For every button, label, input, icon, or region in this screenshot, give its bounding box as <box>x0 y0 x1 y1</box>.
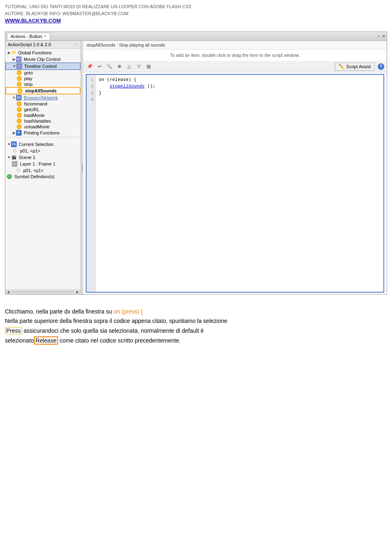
toolbar-help-btn[interactable]: ? <box>378 63 384 70</box>
release-label-box: Release <box>34 336 58 345</box>
actions-tab[interactable]: Actions - Button × <box>7 33 50 40</box>
resize-dot <box>82 164 83 172</box>
bottom-text: Clicchiamo, nella parte dx della finestr… <box>0 299 392 352</box>
bottom-line4: selezionatoRelease come citato nel codic… <box>5 336 387 346</box>
tree-item-scene1[interactable]: ▼ 🎬 Scene 1 <box>5 154 80 161</box>
site-link[interactable]: WWW.BLACKYB.COM <box>5 18 61 24</box>
tree-label-fscommand: fscommand <box>24 101 47 106</box>
scroll-down-btn[interactable]: ▶ <box>76 290 80 294</box>
tree-toggle-current[interactable]: ▼ <box>7 142 11 146</box>
tree-toggle-browser[interactable]: ▼ <box>12 96 16 100</box>
toolbar-arrow-btn[interactable]: ↩ <box>96 63 104 70</box>
tree-item-load-movie[interactable]: a loadMovie <box>5 112 80 118</box>
flash-window: Actions - Button × − ≡ ActionScript 1.0 … <box>5 31 387 295</box>
toolbar-down-btn[interactable]: ▽ <box>135 63 143 70</box>
tree-toggle-printing[interactable]: ▶ <box>12 131 16 135</box>
symbol-icon: S <box>7 174 12 179</box>
scroll-up-btn[interactable]: ◀ <box>6 290 10 294</box>
scene-icon: 🎬 <box>11 155 17 160</box>
tree-item-goto[interactable]: a goto <box>5 70 80 76</box>
tree-item-unload-movie[interactable]: a unloadMovie <box>5 124 80 130</box>
tree-item-geturl[interactable]: a getURL <box>5 107 80 112</box>
scroll-track[interactable] <box>11 291 75 293</box>
tree-label-load-movie: loadMovie <box>24 113 45 118</box>
bottom-line4-prefix: selezionato <box>5 337 34 344</box>
script-assist-label: Script Assist <box>346 64 371 69</box>
script-toolbar: 📌 ↩ 🔍 ⊕ △ ▽ ▤ ✏️ Script Assist ? <box>83 61 387 72</box>
tree-toggle[interactable]: ▶ <box>7 51 11 55</box>
bottom-line3-middle: assicurandoci che solo quella sia selezi… <box>22 327 204 334</box>
tree-label-p01-scene: p01, <p1> <box>23 168 44 173</box>
tree-item-movie-clip-control[interactable]: ▶ MC Movie Clip Control <box>5 56 80 63</box>
tree-toggle-timeline[interactable]: ▼ <box>12 64 16 68</box>
toolbar-up-btn[interactable]: △ <box>125 63 133 70</box>
tutorial-line2: AUTORE: BLACKY|B INFO: WEBMASTER@BLACKYB… <box>5 10 387 17</box>
tree-item-symbol-definitions[interactable]: S Symbol Definition(s) <box>5 174 80 179</box>
stop-icon: a <box>17 82 22 87</box>
unloadmovie-icon: a <box>17 124 22 129</box>
fscommand-icon: a <box>17 101 22 106</box>
tree-label-p01-current: p01, <p1> <box>20 148 40 153</box>
minimize-btn[interactable]: − <box>377 34 380 38</box>
tree-label-load-variables: loadVariables <box>24 119 51 123</box>
tutorial-header: TUTORIAL: UNO DEI TANTI MODI DI REALIZZA… <box>0 0 392 27</box>
tree-item-browser-network[interactable]: ▼ BN Browser/Network <box>5 94 80 101</box>
code-editor[interactable]: 1 2 3 4 on (release) { stopAllSounds ();… <box>86 74 384 293</box>
left-panel: ActionScript 1.0 & 2.0 ⋮ ▶ 📁 Global Func… <box>5 41 81 294</box>
tree-item-global-functions[interactable]: ▶ 📁 Global Functions <box>5 49 80 56</box>
tree-toggle-mc[interactable]: ▶ <box>12 57 16 61</box>
title-bar-right: − ≡ <box>377 34 385 38</box>
help-text: To add an item, double click or drag the… <box>83 49 387 61</box>
tree-item-printing-functions[interactable]: ▶ P Printing Functions <box>5 130 80 136</box>
tree-item-timeline-control[interactable]: ▼ TL Timeline Control <box>5 63 80 70</box>
tree-label-movie-clip: Movie Clip Control <box>24 57 60 62</box>
info-bar-text: stopAllSounds : Stop playing all sounds <box>87 43 165 47</box>
tree-item-load-variables[interactable]: a loadVariables <box>5 118 80 124</box>
script-assist-btn[interactable]: ✏️ Script Assist <box>335 63 374 71</box>
title-bar-left: Actions - Button × <box>7 33 50 40</box>
tree-item-stop[interactable]: a stop <box>5 81 80 87</box>
tree-toggle-scene[interactable]: ▼ <box>7 155 11 159</box>
tree-item-p01-p1-current[interactable]: ⬡ p01, <p1> <box>5 148 80 154</box>
loadmovie-icon: a <box>17 113 22 118</box>
tree-label-stop-all-sounds: stopAllSounds <box>25 88 57 93</box>
tree-label-scene1: Scene 1 <box>19 155 35 160</box>
code-content[interactable]: on (release) { stopAllSounds (); } <box>96 75 383 292</box>
tree-item-stop-all-sounds[interactable]: a stopAllSounds <box>5 87 80 94</box>
tree-item-p01-p1-scene[interactable]: ⬡ p01, <p1> <box>5 167 80 174</box>
tree-label-timeline-control: Timeline Control <box>24 64 57 69</box>
line-numbers: 1 2 3 4 <box>87 75 96 292</box>
tree-item-fscommand[interactable]: a fscommand <box>5 101 80 107</box>
tree-label-goto: goto <box>24 70 33 75</box>
bottom-line2: Nella parte superiore della finestra sop… <box>5 316 387 326</box>
script-assist-icon: ✏️ <box>339 64 345 69</box>
bottom-line1-prefix: Clicchiamo, nella parte dx della finestr… <box>5 308 114 315</box>
tree-label-current-selection: Current Selection <box>19 142 53 147</box>
stop-all-sounds-icon: a <box>18 88 22 93</box>
main-area: ActionScript 1.0 & 2.0 ⋮ ▶ 📁 Global Func… <box>5 41 387 294</box>
bottom-line3: Press assicurandoci che solo quella sia … <box>5 326 387 336</box>
toolbar-params-btn[interactable]: ▤ <box>145 63 153 70</box>
toolbar-add-btn[interactable]: ⊕ <box>115 63 123 70</box>
tree-item-current-selection-header[interactable]: ▼ CS Current Selection <box>5 141 80 148</box>
menu-btn[interactable]: ≡ <box>383 34 385 38</box>
tree-item-play[interactable]: a play <box>5 76 80 81</box>
geturl-icon: a <box>17 107 22 112</box>
right-panel: stopAllSounds : Stop playing all sounds … <box>83 41 387 294</box>
as-version-selector[interactable]: ActionScript 1.0 & 2.0 ⋮ <box>5 41 80 49</box>
left-panel-scrollbar[interactable]: ◀ ▶ <box>5 289 80 294</box>
mc-icon: MC <box>16 56 22 62</box>
tree-label-symbol-definitions: Symbol Definition(s) <box>14 174 54 179</box>
tree-label-geturl: getURL <box>24 107 39 112</box>
toolbar-pin-btn[interactable]: 📌 <box>86 63 94 70</box>
as-dropdown-icon[interactable]: ⋮ <box>74 42 78 47</box>
tree-area[interactable]: ▶ 📁 Global Functions ▶ MC Movie Clip Con… <box>5 49 80 289</box>
folder-icon: 📁 <box>11 50 17 56</box>
as-version-label: ActionScript 1.0 & 2.0 <box>8 42 51 47</box>
toolbar-find-btn[interactable]: 🔍 <box>105 63 114 70</box>
play-icon: a <box>17 76 22 81</box>
tree-divider <box>5 137 80 140</box>
current-icon: CS <box>11 141 17 147</box>
tab-close-icon[interactable]: × <box>44 34 47 38</box>
tree-item-layer1[interactable]: L Layer 1 : Frame 1 <box>5 161 80 167</box>
